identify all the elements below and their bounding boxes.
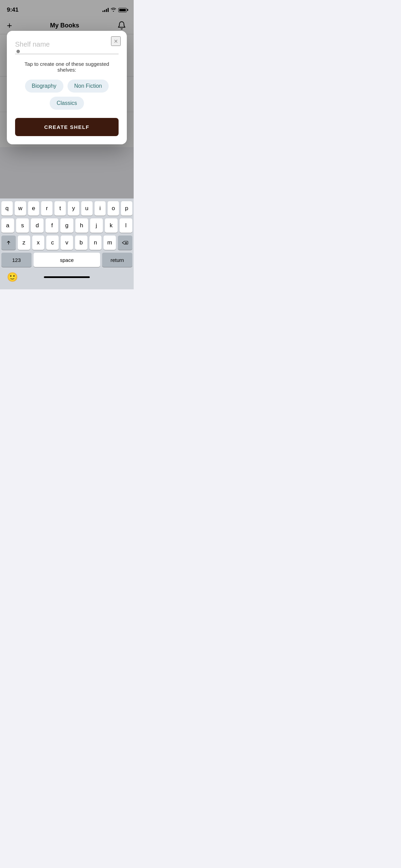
key-y[interactable]: y (68, 201, 79, 216)
key-i[interactable]: i (95, 201, 106, 216)
numbers-key[interactable]: 123 (1, 253, 32, 267)
non-fiction-tag[interactable]: Non Fiction (68, 80, 109, 93)
key-u[interactable]: u (81, 201, 93, 216)
create-shelf-button[interactable]: CREATE SHELF (15, 118, 119, 136)
key-c[interactable]: c (46, 236, 59, 250)
home-indicator (44, 276, 90, 278)
key-e[interactable]: e (28, 201, 39, 216)
key-v[interactable]: v (61, 236, 73, 250)
keyboard-row-2: a s d f g h j k l (1, 218, 132, 233)
keyboard-row-1: q w e r t y u i o p (1, 201, 132, 216)
return-key[interactable]: return (102, 253, 132, 267)
key-a[interactable]: a (1, 218, 14, 233)
key-x[interactable]: x (32, 236, 45, 250)
key-m[interactable]: m (104, 236, 116, 250)
key-t[interactable]: t (54, 201, 66, 216)
key-j[interactable]: j (90, 218, 103, 233)
key-f[interactable]: f (46, 218, 58, 233)
key-b[interactable]: b (75, 236, 87, 250)
biography-tag[interactable]: Biography (25, 80, 63, 93)
key-g[interactable]: g (60, 218, 73, 233)
keyboard: q w e r t y u i o p a s d f g h j k l z … (0, 198, 134, 289)
key-h[interactable]: h (75, 218, 88, 233)
key-l[interactable]: l (120, 218, 132, 233)
shift-key[interactable] (1, 236, 16, 250)
suggested-shelves-text: Tap to create one of these suggested she… (15, 61, 119, 73)
key-o[interactable]: o (108, 201, 119, 216)
close-modal-button[interactable]: × (111, 36, 121, 46)
backspace-key[interactable] (118, 236, 132, 250)
key-k[interactable]: k (105, 218, 118, 233)
key-n[interactable]: n (89, 236, 102, 250)
key-r[interactable]: r (41, 201, 52, 216)
keyboard-bottom-bar: 🙂 (1, 270, 132, 289)
key-w[interactable]: w (15, 201, 26, 216)
keyboard-row-4: 123 space return (1, 253, 132, 267)
key-q[interactable]: q (1, 201, 13, 216)
key-d[interactable]: d (31, 218, 44, 233)
key-z[interactable]: z (18, 236, 30, 250)
suggested-shelf-tags: Biography Non Fiction Classics (15, 80, 119, 110)
shelf-name-input-wrapper (15, 40, 119, 54)
classics-tag[interactable]: Classics (50, 97, 84, 110)
keyboard-row-3: z x c v b n m (1, 236, 132, 250)
space-key[interactable]: space (34, 253, 100, 267)
key-p[interactable]: p (121, 201, 132, 216)
key-s[interactable]: s (16, 218, 29, 233)
create-shelf-modal: × Tap to create one of these suggested s… (7, 31, 127, 144)
shelf-name-input[interactable] (15, 40, 119, 51)
emoji-button[interactable]: 🙂 (7, 272, 18, 282)
